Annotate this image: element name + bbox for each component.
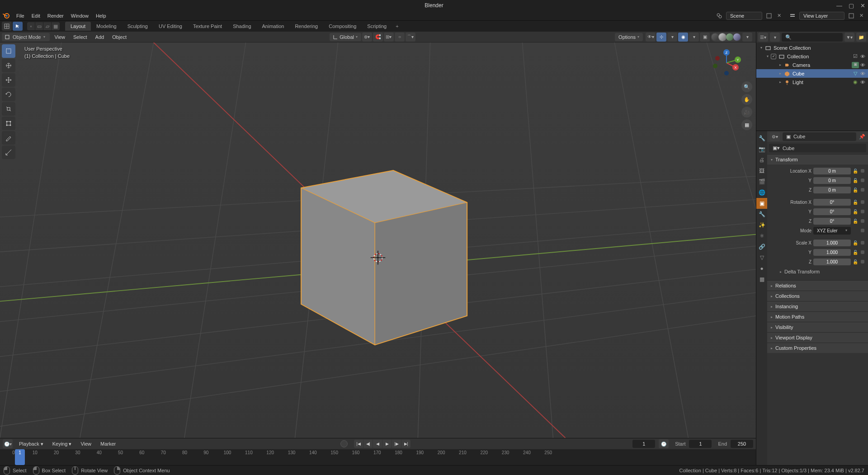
scene-delete-button[interactable]: ✕ — [774, 11, 783, 20]
tool-annotate[interactable] — [2, 131, 15, 145]
keyframe-dot[interactable] — [861, 250, 864, 254]
panel-visibility[interactable]: Visibility — [767, 322, 868, 332]
workspace-tab-rendering[interactable]: Rendering — [289, 22, 323, 31]
viewport-menu-add[interactable]: Add — [92, 33, 108, 41]
outliner-item-camera[interactable]: ▸ Camera ▣ 👁 — [756, 61, 868, 69]
properties-editor-type[interactable]: ⚙▾ — [770, 132, 780, 141]
tool-transform[interactable] — [2, 117, 15, 130]
scale-z-field[interactable]: 1.000 — [813, 259, 851, 265]
frame-sync-button[interactable]: 🕐 — [659, 439, 669, 448]
tool-cursor[interactable] — [2, 59, 15, 72]
snap-target-button[interactable]: ⊞▾ — [384, 33, 394, 42]
location-x-field[interactable]: 0 m — [813, 168, 851, 174]
gizmo-toggle[interactable]: ⊹ — [656, 33, 666, 42]
navigation-gizmo[interactable]: X Y Z — [711, 47, 742, 79]
shading-wireframe[interactable] — [712, 33, 719, 41]
jump-to-start-button[interactable]: |◀ — [354, 440, 363, 448]
gizmo-options[interactable]: ▾ — [667, 33, 677, 42]
prop-tab-scene[interactable]: 🎬 — [756, 176, 767, 187]
viewport-menu-select[interactable]: Select — [70, 33, 91, 41]
select-mode-1[interactable]: ▫ — [27, 22, 35, 30]
viewlayer-browse-icon[interactable] — [788, 11, 797, 20]
tool-measure[interactable] — [2, 146, 15, 159]
workspace-tab-texture-paint[interactable]: Texture Paint — [188, 22, 227, 31]
tool-move[interactable] — [2, 73, 15, 87]
prop-tab-particles[interactable]: ✨ — [756, 220, 767, 230]
select-mode-4[interactable]: ▦ — [52, 22, 60, 30]
panel-transform-header[interactable]: Transform — [767, 154, 868, 165]
properties-breadcrumb[interactable]: ▣ Cube — [783, 132, 856, 141]
keyframe-dot[interactable] — [861, 219, 864, 223]
workspace-tab-animation[interactable]: Animation — [257, 22, 290, 31]
viewlayer-new-button[interactable] — [847, 11, 856, 20]
shading-material[interactable] — [726, 33, 733, 41]
scene-name-field[interactable]: Scene — [726, 12, 762, 20]
lock-icon[interactable]: 🔓 — [853, 169, 859, 174]
menu-help[interactable]: Help — [92, 12, 110, 20]
timeline-track[interactable]: 0102030405060708090100110120130140150160… — [0, 449, 756, 465]
outliner-scene-collection[interactable]: ▾ Scene Collection — [756, 43, 868, 52]
lock-icon[interactable]: 🔓 — [853, 200, 859, 205]
panel-custom-properties[interactable]: Custom Properties — [767, 343, 868, 353]
visibility-eye-icon[interactable]: 👁 — [859, 80, 866, 85]
prop-tab-modifiers[interactable]: 🔧 — [756, 209, 767, 220]
workspace-tab-layout[interactable]: Layout — [65, 22, 91, 31]
viewport-options[interactable]: Options — [615, 33, 643, 41]
rotation-z-field[interactable]: 0° — [813, 218, 851, 225]
lock-icon[interactable]: 🔓 — [853, 209, 859, 214]
outliner-item-light[interactable]: ▸ Light ◉ 👁 — [756, 78, 868, 86]
outliner-collection[interactable]: ▾ ✓ Collection ☑ 👁 — [756, 52, 868, 61]
transform-orientation[interactable]: Global — [330, 33, 361, 41]
timeline-menu-keying[interactable]: Keying ▾ — [50, 440, 75, 448]
pin-button[interactable]: 📌 — [859, 134, 865, 140]
workspace-add-button[interactable]: + — [392, 22, 402, 31]
shading-solid[interactable] — [719, 33, 726, 41]
panel-delta-transform[interactable]: Delta Transform — [771, 267, 864, 277]
workspace-tab-modeling[interactable]: Modeling — [91, 22, 122, 31]
visibility-filter-button[interactable]: 👁▾ — [646, 33, 656, 42]
proportional-edit-toggle[interactable]: ○ — [395, 33, 405, 42]
outliner-item-cube[interactable]: ▸ Cube ▽ 👁 — [756, 69, 868, 78]
shading-rendered[interactable] — [733, 33, 741, 41]
keyframe-dot[interactable] — [861, 169, 864, 173]
collection-enable-checkbox[interactable]: ✓ — [771, 54, 776, 59]
prop-tab-tool[interactable]: 🔧 — [756, 133, 767, 144]
location-y-field[interactable]: 0 m — [813, 177, 851, 184]
camera-data-icon[interactable]: ▣ — [852, 62, 859, 68]
current-frame-field[interactable]: 1 — [632, 440, 655, 448]
close-button[interactable]: ✕ — [860, 2, 865, 9]
overlay-options[interactable]: ▾ — [689, 33, 699, 42]
scale-y-field[interactable]: 1.000 — [813, 249, 851, 256]
visibility-eye-icon[interactable]: 👁 — [859, 54, 866, 59]
panel-instancing[interactable]: Instancing — [767, 301, 868, 311]
prop-tab-data[interactable]: ▽ — [756, 252, 767, 263]
xray-toggle[interactable]: ▣ — [700, 33, 710, 42]
workspace-tab-compositing[interactable]: Compositing — [323, 22, 362, 31]
tool-scale[interactable] — [2, 102, 15, 116]
keyframe-dot[interactable] — [861, 188, 864, 192]
maximize-button[interactable]: ▢ — [849, 2, 854, 9]
timeline-menu-playback[interactable]: Playback ▾ — [16, 440, 46, 448]
light-data-icon[interactable]: ◉ — [852, 79, 859, 85]
rotation-mode-select[interactable]: XYZ Euler — [813, 227, 851, 235]
editor-type-button[interactable] — [2, 22, 12, 31]
prop-tab-output[interactable]: 🖨 — [756, 155, 767, 165]
rotation-y-field[interactable]: 0° — [813, 208, 851, 215]
lock-icon[interactable]: 🔓 — [853, 250, 859, 255]
outliner-display-mode[interactable]: ▾ — [770, 33, 780, 42]
keyframe-dot[interactable] — [861, 241, 864, 245]
mode-selector[interactable]: Object Mode — [2, 33, 50, 41]
lock-icon[interactable]: 🔓 — [853, 240, 859, 245]
visibility-eye-icon[interactable]: 👁 — [859, 62, 866, 68]
prop-tab-physics[interactable]: ⚛ — [756, 230, 767, 241]
viewlayer-delete-button[interactable]: ✕ — [857, 11, 866, 20]
zoom-icon[interactable]: 🔍 — [741, 81, 752, 92]
prop-tab-object[interactable]: ▣ — [756, 198, 767, 209]
prop-tab-viewlayer[interactable]: 🖼 — [756, 165, 767, 176]
tool-select-box[interactable] — [2, 44, 15, 58]
visibility-eye-icon[interactable]: 👁 — [859, 71, 866, 76]
prop-tab-world[interactable]: 🌐 — [756, 187, 767, 198]
overlay-toggle[interactable]: ◉ — [678, 33, 688, 42]
scale-x-field[interactable]: 1.000 — [813, 240, 851, 246]
timeline-menu-marker[interactable]: Marker — [98, 440, 118, 448]
